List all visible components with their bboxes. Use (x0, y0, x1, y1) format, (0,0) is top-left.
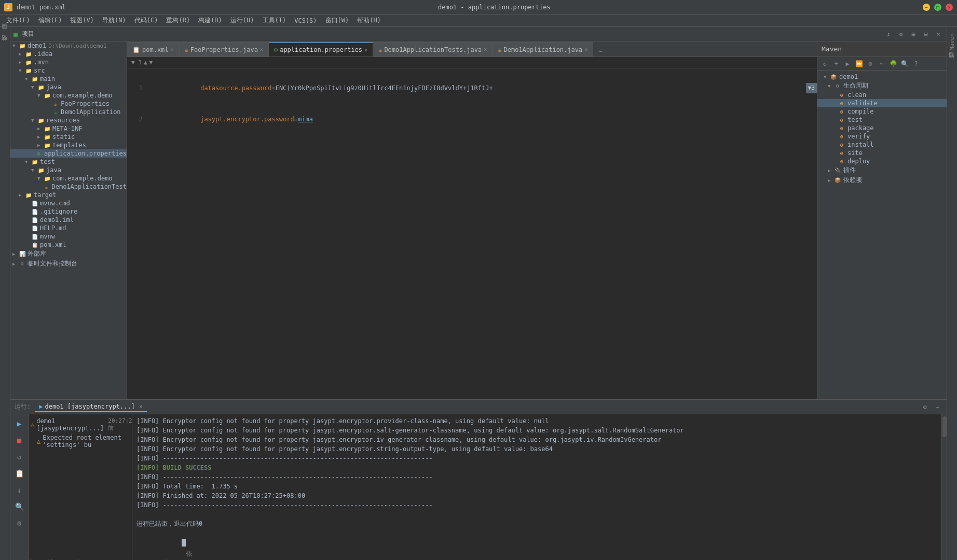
console-scrollbar[interactable] (941, 414, 947, 560)
tree-idea[interactable]: ▶ 📁 .idea (10, 50, 127, 58)
maven-more-btn[interactable]: ⋯ (877, 59, 887, 69)
menu-edit[interactable]: 编辑(E) (34, 15, 66, 26)
maven-compile[interactable]: ⚙ compile (817, 107, 947, 116)
minimize-button[interactable]: − (923, 4, 930, 11)
tab-demo1-tests-close[interactable]: × (484, 47, 487, 52)
maven-clean[interactable]: ⚙ clean (817, 91, 947, 99)
tree-gitignore[interactable]: 📄 .gitignore (10, 207, 127, 216)
tree-root[interactable]: ▼ 📁 demo1 D:\Download\demo1 (10, 41, 127, 50)
maven-lifecycle[interactable]: ▼ ⚙ 生命周期 (817, 81, 947, 91)
tree-mvnw-cmd[interactable]: 📄 mvnw.cmd (10, 199, 127, 207)
structure-sidebar-toggle[interactable]: 结构 (0, 44, 10, 48)
tab-app-props-close[interactable]: × (364, 47, 367, 53)
maven-package[interactable]: ⚙ package (817, 124, 947, 132)
tree-java[interactable]: ▼ 📁 java (10, 83, 127, 91)
tree-target[interactable]: ▶ 📁 target (10, 191, 127, 199)
tree-main[interactable]: ▼ 📁 main (10, 75, 127, 83)
tree-demo1-test[interactable]: ☕ Demo1ApplicationTest (10, 183, 127, 191)
tree-demo1-iml[interactable]: 📄 demo1.iml (10, 216, 127, 224)
maven-tree-btn[interactable]: 🌳 (888, 59, 898, 69)
tab-demo1-app-close[interactable]: × (584, 47, 587, 52)
tab-pom-close[interactable]: × (171, 47, 174, 52)
bottom-settings-btn[interactable]: ⚙ (920, 402, 930, 412)
tab-foo[interactable]: ☕ FooProperties.java × (180, 42, 269, 57)
maven-settings-btn[interactable]: ⚙ (865, 59, 876, 69)
tree-demo1-app[interactable]: ☕ Demo1Application (10, 108, 127, 116)
tab-demo1[interactable]: demo1 (17, 4, 35, 11)
tree-foo-properties[interactable]: ☕ FooProperties (10, 100, 127, 108)
tree-meta-inf[interactable]: ▶ 📁 META-INF (10, 124, 127, 133)
maven-search-btn[interactable]: 🔍 (899, 59, 910, 69)
menu-help[interactable]: 帮助(H) (353, 15, 385, 26)
tree-src[interactable]: ▼ 📁 src (10, 66, 127, 75)
menu-view[interactable]: 视图(V) (66, 15, 98, 26)
run-scroll-btn[interactable]: ↓ (12, 483, 26, 497)
maven-install[interactable]: ⚙ install (817, 141, 947, 149)
menu-window[interactable]: 窗口(W) (321, 15, 353, 26)
tree-mvnw[interactable]: 📄 mvnw (10, 232, 127, 241)
menu-file[interactable]: 文件(F) (2, 15, 34, 26)
menu-tools[interactable]: 工具(T) (258, 15, 291, 26)
code-editor[interactable]: 1 datasource.password=ENC(Yr0kPpnSpiItvL… (127, 68, 817, 399)
run-item-expected[interactable]: △ Expected root element 'settings' bu (29, 433, 132, 450)
tree-app-properties[interactable]: ⚙ application.properties (10, 149, 127, 158)
maven-add-btn[interactable]: + (831, 59, 841, 69)
tree-pom-xml[interactable]: 📋 pom.xml (10, 241, 127, 249)
tree-static[interactable]: ▶ 📁 static (10, 133, 127, 141)
scrollbar-thumb[interactable] (942, 416, 947, 437)
window-controls[interactable]: − □ × (923, 4, 953, 11)
bottom-hide-btn[interactable]: − (932, 402, 942, 412)
tree-external-libs[interactable]: ▶ 📊 外部库 (10, 249, 127, 259)
tab-app-props[interactable]: ⚙ application.properties × (269, 42, 373, 57)
tree-resources[interactable]: ▼ 📁 resources (10, 116, 127, 124)
tree-mvn[interactable]: ▶ 📁 .mvn (10, 58, 127, 66)
run-restart-btn[interactable]: ↺ (12, 450, 26, 464)
menu-build[interactable]: 构建(B) (194, 15, 226, 26)
close-panel-btn[interactable]: × (933, 29, 944, 39)
tree-com-example[interactable]: ▼ 📁 com.example.demo (10, 91, 127, 100)
breadcrumb-down[interactable]: ▼ (149, 59, 153, 66)
tree-help-md[interactable]: 📄 HELP.md (10, 224, 127, 232)
run-filter-btn[interactable]: 🔍 (12, 499, 26, 514)
collapse-all-btn[interactable]: ⊟ (921, 29, 931, 39)
maven-verify[interactable]: ⚙ verify (817, 132, 947, 141)
tab-demo1-tests[interactable]: ☕ Demo1ApplicationTests.java × (373, 42, 493, 57)
more-tabs-btn[interactable]: ⋯ (595, 46, 606, 57)
maven-site[interactable]: ⚙ site (817, 149, 947, 157)
menu-refactor[interactable]: 重构(R) (162, 15, 194, 26)
tree-test-com[interactable]: ▼ 📁 com.example.demo (10, 174, 127, 183)
tab-pom[interactable]: 📋 pom.xml × (127, 42, 180, 57)
menu-navigate[interactable]: 导航(N) (98, 15, 130, 26)
tab-demo1-app[interactable]: ☕ Demo1Application.java × (493, 42, 593, 57)
run-item-demo1[interactable]: △ demo1 [jasyptencrypt...] 20:27:26前 (29, 416, 132, 433)
maven-deps[interactable]: ▶ 📦 依赖项 (817, 175, 947, 185)
sync-btn[interactable]: ↕ (883, 29, 894, 39)
run-settings-btn[interactable]: ⚙ (12, 516, 26, 530)
maven-test[interactable]: ⚙ test (817, 116, 947, 124)
tab-pom[interactable]: pom.xml (39, 4, 66, 11)
run-tab-active[interactable]: ▶ demo1 [jasyptencrypt...] × (35, 402, 147, 412)
run-dump-btn[interactable]: 📋 (12, 466, 26, 481)
tab-foo-close[interactable]: × (260, 47, 263, 52)
project-sidebar-toggle[interactable]: 项目 (0, 31, 10, 35)
tree-test-java[interactable]: ▼ 📁 java (10, 166, 127, 174)
maven-plugins[interactable]: ▶ 🔌 插件 (817, 165, 947, 175)
tree-test[interactable]: ▼ 📁 test (10, 158, 127, 166)
close-button[interactable]: × (946, 4, 953, 11)
maven-deploy[interactable]: ⚙ deploy (817, 157, 947, 165)
maven-sync-btn[interactable]: ↻ (819, 59, 830, 69)
expand-all-btn[interactable]: ⊞ (908, 29, 919, 39)
tree-templates[interactable]: ▶ 📁 templates (10, 141, 127, 149)
run-stop-btn[interactable]: ■ (12, 433, 26, 447)
menu-run[interactable]: 运行(U) (226, 15, 258, 26)
breadcrumb-up[interactable]: ▲ (144, 59, 147, 66)
menu-vcs[interactable]: VCS(S) (290, 16, 321, 25)
notifications-side-tab[interactable]: 通知 (947, 61, 957, 65)
maven-help-btn[interactable]: ? (911, 59, 921, 69)
menu-code[interactable]: 代码(C) (130, 15, 162, 26)
maven-demo1[interactable]: ▼ 📦 demo1 (817, 73, 947, 81)
maximize-button[interactable]: □ (934, 4, 941, 11)
run-play-btn[interactable]: ▶ (12, 416, 26, 431)
maven-skip-btn[interactable]: ⏩ (854, 59, 864, 69)
maven-run-btn[interactable]: ▶ (842, 59, 853, 69)
